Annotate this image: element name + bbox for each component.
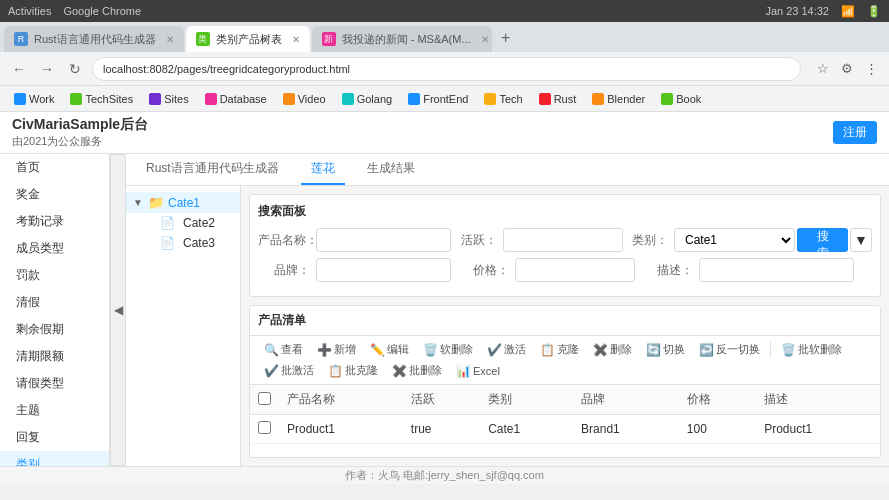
tab-rust-generator[interactable]: R Rust语言通用代码生成器 ✕ [4, 26, 184, 52]
search-button[interactable]: 搜索 [797, 228, 847, 252]
extension-icon[interactable]: ⚙ [837, 59, 857, 79]
add-icon: ➕ [317, 343, 332, 357]
toolbar-toggle-btn[interactable]: 🔄 切换 [640, 340, 691, 359]
tree-node-cate1[interactable]: ▼ 📁 Cate1 [126, 192, 240, 213]
tab-label-1: Rust语言通用代码生成器 [34, 32, 156, 47]
th-price: 价格 [679, 385, 756, 415]
bookmark-sites-icon [149, 93, 161, 105]
sidebar-item-reply[interactable]: 回复 [0, 424, 109, 451]
bookmark-frontend[interactable]: FrontEnd [402, 91, 474, 107]
tab-news[interactable]: 新 我投递的新闻 - MS&A(M... ✕ [312, 26, 492, 52]
toolbar-softdelete-btn[interactable]: 🗑️ 软删除 [417, 340, 479, 359]
excel-icon: 📊 [456, 364, 471, 378]
toolbar-excel-btn[interactable]: 📊 Excel [450, 362, 506, 380]
delete-icon: ✖️ [593, 343, 608, 357]
tab-category-product[interactable]: 类 类别产品树表 ✕ [186, 26, 310, 52]
sidebar: 首页 奖金 考勤记录 成员类型 罚款 清假 剩余假期 清期限额 请假类型 主题 [0, 154, 110, 466]
toolbar-batch-softdelete-btn[interactable]: 🗑️ 批软删除 [775, 340, 848, 359]
sidebar-item-homepage[interactable]: 首页 [0, 154, 109, 181]
bookmark-work[interactable]: Work [8, 91, 60, 107]
datetime-label: Jan 23 14:32 [765, 5, 829, 17]
active-input[interactable] [503, 228, 623, 252]
select-all-checkbox[interactable] [258, 392, 271, 405]
sidebar-item-leavetype[interactable]: 请假类型 [0, 370, 109, 397]
tree-node-cate2[interactable]: 📄 Cate2 [126, 213, 240, 233]
bookmark-golang[interactable]: Golang [336, 91, 398, 107]
bookmark-book[interactable]: Book [655, 91, 707, 107]
bookmark-database[interactable]: Database [199, 91, 273, 107]
toolbar-batch-delete-btn[interactable]: ✖️ 批删除 [386, 361, 448, 380]
toolbar-invert-btn[interactable]: ↩️ 反一切换 [693, 340, 766, 359]
row-description: Product1 [756, 415, 880, 444]
bookmark-star-icon[interactable]: ☆ [813, 59, 833, 79]
search-row-1: 产品名称： 活跃： 类别： Cate1 搜索 ▼ [258, 228, 872, 252]
bookmark-blender[interactable]: Blender [586, 91, 651, 107]
sidebar-item-attendance[interactable]: 考勤记录 [0, 208, 109, 235]
brand-input[interactable] [316, 258, 451, 282]
bookmark-database-icon [205, 93, 217, 105]
register-button[interactable]: 注册 [833, 121, 877, 144]
app-subtitle: 由2021为公众服务 [12, 134, 148, 149]
sidebar-item-remainingholiday[interactable]: 剩余假期 [0, 316, 109, 343]
table-row[interactable]: Product1 true Cate1 Brand1 100 Product1 [250, 415, 880, 444]
bookmark-book-icon [661, 93, 673, 105]
folder-icon-cate1: 📁 [148, 195, 164, 210]
tab-close-1[interactable]: ✕ [166, 34, 174, 45]
product-name-input[interactable] [316, 228, 451, 252]
search-more-button[interactable]: ▼ [850, 228, 872, 252]
th-active: 活跃 [403, 385, 480, 415]
toolbar-delete-btn[interactable]: ✖️ 删除 [587, 340, 638, 359]
tab-close-2[interactable]: ✕ [292, 34, 300, 45]
tab-result[interactable]: 生成结果 [357, 154, 425, 185]
sidebar-item-category[interactable]: 类别 [0, 451, 109, 466]
price-input[interactable] [515, 258, 635, 282]
toolbar-add-btn[interactable]: ➕ 新增 [311, 340, 362, 359]
new-tab-button[interactable]: + [494, 26, 518, 50]
url-input[interactable]: localhost:8082/pages/treegridcategorypro… [92, 57, 801, 81]
bookmark-video[interactable]: Video [277, 91, 332, 107]
toolbar-batch-activate-btn[interactable]: ✔️ 批激活 [258, 361, 320, 380]
row-checkbox[interactable] [258, 421, 271, 434]
search-panel: 搜索面板 产品名称： 活跃： 类别： Cate1 搜索 ▼ [249, 194, 881, 297]
bookmark-blender-icon [592, 93, 604, 105]
sidebar-item-bonus[interactable]: 奖金 [0, 181, 109, 208]
bookmark-work-label: Work [29, 93, 54, 105]
category-select[interactable]: Cate1 [674, 228, 795, 252]
description-input[interactable] [699, 258, 854, 282]
bookmark-tech[interactable]: Tech [478, 91, 528, 107]
toolbar-batch-clone-btn[interactable]: 📋 批克隆 [322, 361, 384, 380]
activities-label[interactable]: Activities [8, 5, 51, 17]
sidebar-item-clearleave[interactable]: 清假 [0, 289, 109, 316]
sidebar-item-topic[interactable]: 主题 [0, 397, 109, 424]
sidebar-item-periodlimit[interactable]: 清期限额 [0, 343, 109, 370]
tab-generator[interactable]: Rust语言通用代码生成器 [136, 154, 289, 185]
expand-icon-cate1[interactable]: ▼ [132, 197, 144, 209]
app-footer: 作者：火鸟 电邮:jerry_shen_sjf@qq.com [0, 466, 889, 484]
bookmark-sites[interactable]: Sites [143, 91, 194, 107]
reload-button[interactable]: ↻ [64, 58, 86, 80]
sidebar-item-fine[interactable]: 罚款 [0, 262, 109, 289]
tree-node-cate3[interactable]: 📄 Cate3 [126, 233, 240, 253]
main-layout: 首页 奖金 考勤记录 成员类型 罚款 清假 剩余假期 清期限额 请假类型 主题 [0, 154, 889, 466]
toolbar: 🔍 查看 ➕ 新增 ✏️ 编辑 🗑️ 软删除 [250, 336, 880, 385]
toolbar-view-btn[interactable]: 🔍 查看 [258, 340, 309, 359]
toolbar-activate-btn[interactable]: ✔️ 激活 [481, 340, 532, 359]
back-button[interactable]: ← [8, 58, 30, 80]
bookmark-rust[interactable]: Rust [533, 91, 583, 107]
bookmark-techsites[interactable]: TechSites [64, 91, 139, 107]
forward-button[interactable]: → [36, 58, 58, 80]
content-tabs: Rust语言通用代码生成器 莲花 生成结果 [126, 154, 889, 186]
bookmark-golang-label: Golang [357, 93, 392, 105]
tab-lotus[interactable]: 莲花 [301, 154, 345, 185]
bookmark-tech-icon [484, 93, 496, 105]
bookmark-golang-icon [342, 93, 354, 105]
sidebar-item-membertype[interactable]: 成员类型 [0, 235, 109, 262]
menu-icon[interactable]: ⋮ [861, 59, 881, 79]
toolbar-clone-btn[interactable]: 📋 克隆 [534, 340, 585, 359]
tab-close-3[interactable]: ✕ [481, 34, 489, 45]
sidebar-collapse-button[interactable]: ◀ [110, 154, 126, 466]
description-label: 描述： [641, 262, 693, 279]
toolbar-edit-btn[interactable]: ✏️ 编辑 [364, 340, 415, 359]
row-active: true [403, 415, 480, 444]
tree-panel: ▼ 📁 Cate1 📄 Cate2 📄 Cate3 [126, 186, 241, 466]
